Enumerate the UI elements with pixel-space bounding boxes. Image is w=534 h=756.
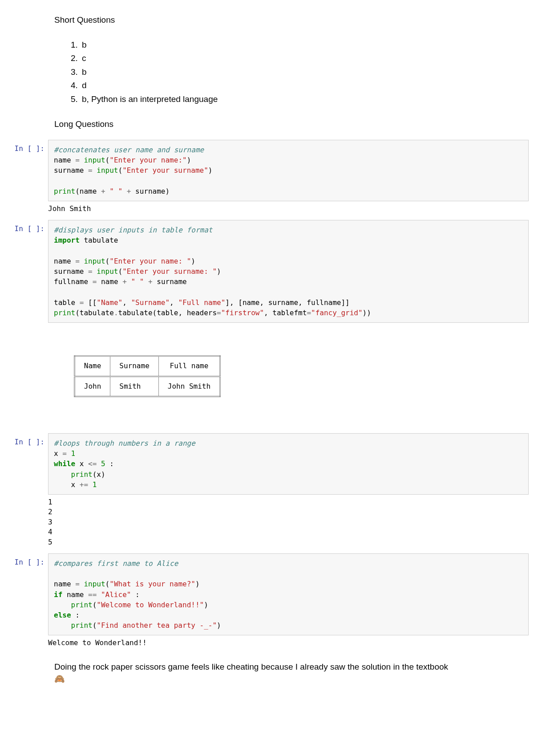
code-token: x: [75, 459, 88, 468]
input-prompt: In [ ]:: [0, 220, 48, 323]
code-token: =: [62, 449, 67, 458]
code-token: (x): [93, 470, 105, 479]
cell-output-table: Name Surname Full name John Smith John S…: [48, 323, 534, 433]
code-token: (: [118, 267, 123, 276]
code-token: (: [93, 601, 97, 609]
code-token: "Find another tea party -_-": [97, 621, 217, 630]
code-token: if: [54, 590, 62, 599]
code-token: fullname: [54, 277, 93, 286]
code-token: "Alice": [101, 590, 131, 599]
code-token: , tablefmt: [264, 309, 307, 317]
code-token: "Enter your surname: ": [122, 267, 217, 276]
code-token: ): [217, 621, 221, 630]
code-token: [105, 187, 110, 195]
code-comment: #displays user inputs in table format: [54, 226, 212, 234]
code-token: [67, 449, 71, 458]
code-token: 1: [93, 480, 97, 489]
code-token: input: [80, 156, 105, 164]
code-cell[interactable]: In [ ]: #compares first name to Alice na…: [0, 553, 534, 635]
table-header: Surname: [110, 356, 158, 376]
code-input[interactable]: #concatenates user name and surname name…: [48, 140, 529, 201]
code-token: =: [75, 580, 80, 588]
code-token: print: [54, 309, 75, 317]
code-token: table: [54, 298, 80, 307]
code-token: surname): [131, 187, 170, 195]
code-token: "firstrow": [221, 309, 264, 317]
code-token: "fancy_grid": [311, 309, 363, 317]
code-token: :: [131, 590, 139, 599]
code-input[interactable]: #loops through numbers in a range x = 1 …: [48, 433, 529, 495]
table-row: John Smith John Smith: [74, 376, 220, 396]
code-token: input: [80, 257, 105, 265]
code-token: :: [105, 459, 114, 468]
cell-output: 1 2 3 4 5: [48, 495, 534, 553]
code-token: name: [62, 590, 88, 599]
output-cell: John Smith: [0, 201, 534, 220]
long-questions-heading: Long Questions: [54, 119, 534, 129]
code-token: =: [93, 277, 97, 286]
code-token: (: [93, 621, 97, 630]
code-token: name: [54, 580, 75, 588]
output-cell: Welcome to Wonderland!!: [0, 635, 534, 654]
code-token: input: [80, 580, 105, 588]
list-item: b: [80, 38, 534, 52]
code-token: [88, 480, 93, 489]
input-prompt: In [ ]:: [0, 140, 48, 201]
code-token: "Surname": [131, 298, 170, 307]
code-token: +=: [80, 480, 88, 489]
code-token: (: [105, 156, 110, 164]
code-token: else: [54, 611, 71, 619]
short-answers-list: b c b d b, Python is an interpreted lang…: [72, 38, 534, 106]
code-token: "Enter your name:": [109, 156, 186, 164]
code-token: +: [127, 187, 131, 195]
code-token: surname: [54, 166, 88, 175]
output-cell: Name Surname Full name John Smith John S…: [0, 323, 534, 433]
code-token: "Full name": [178, 298, 225, 307]
code-token: =: [88, 166, 93, 175]
table-cell: Smith: [110, 376, 158, 396]
code-token: +: [148, 277, 153, 286]
code-cell[interactable]: In [ ]: #concatenates user name and surn…: [0, 140, 534, 201]
code-input[interactable]: #compares first name to Alice name = inp…: [48, 553, 529, 635]
code-token: 5: [101, 459, 105, 468]
code-token: input: [93, 166, 118, 175]
code-token: ,: [170, 298, 178, 307]
cell-output: John Smith: [48, 201, 534, 220]
code-cell[interactable]: In [ ]: #loops through numbers in a rang…: [0, 433, 534, 495]
list-item: c: [80, 52, 534, 65]
short-questions-heading: Short Questions: [54, 15, 534, 25]
code-token: input: [93, 267, 118, 276]
code-token: ): [191, 257, 195, 265]
code-token: ): [217, 267, 221, 276]
code-token: ==: [88, 590, 97, 599]
author-note: Doing the rock paper scissors game feels…: [54, 661, 529, 685]
code-token: [127, 277, 131, 286]
code-token: +: [122, 277, 127, 286]
cell-output: Welcome to Wonderland!!: [48, 635, 534, 654]
code-token: ): [195, 580, 200, 588]
table-header: Name: [74, 356, 110, 376]
code-token: while: [54, 459, 75, 468]
code-input[interactable]: #displays user inputs in table format im…: [48, 220, 529, 323]
code-token: " ": [131, 277, 144, 286]
code-token: =: [307, 309, 311, 317]
table-cell: John: [74, 376, 110, 396]
list-item: d: [80, 79, 534, 92]
list-item: b: [80, 65, 534, 79]
notebook-page: Short Questions b c b d b, Python is an …: [0, 0, 534, 706]
code-token: +: [101, 187, 105, 195]
code-token: x: [54, 480, 80, 489]
code-token: .: [114, 309, 118, 317]
code-token: x: [54, 449, 62, 458]
code-token: =: [88, 267, 93, 276]
code-token: [122, 187, 127, 195]
code-token: (name: [75, 187, 101, 195]
code-token: ): [208, 166, 213, 175]
code-token: =: [75, 156, 80, 164]
table-cell: John Smith: [158, 376, 220, 396]
code-token: [144, 277, 148, 286]
code-token: <=: [88, 459, 97, 468]
code-cell[interactable]: In [ ]: #displays user inputs in table f…: [0, 220, 534, 323]
code-token: import: [54, 236, 80, 244]
code-token: :: [71, 611, 80, 619]
